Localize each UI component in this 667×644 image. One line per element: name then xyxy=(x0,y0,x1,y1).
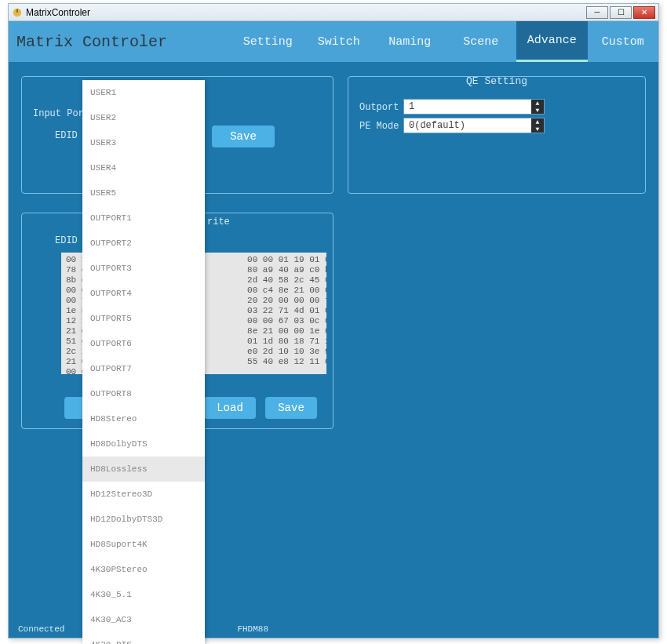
pemode-spinner[interactable]: 0(default) ▲ ▼ xyxy=(403,118,545,133)
dropdown-item[interactable]: USER3 xyxy=(82,130,205,155)
minimize-button[interactable]: ─ xyxy=(586,6,608,19)
panel-qe-setting: QE Setting Outport 1 ▲ ▼ PE Mode 0(defau… xyxy=(348,76,646,194)
outport-label: Outport xyxy=(359,102,399,113)
tab-advance[interactable]: Advance xyxy=(516,21,588,62)
outport-spinner[interactable]: 1 ▲ ▼ xyxy=(403,99,545,115)
svg-rect-1 xyxy=(16,9,18,12)
outport-up-icon[interactable]: ▲ xyxy=(531,100,544,107)
pemode-up-icon[interactable]: ▲ xyxy=(531,118,544,126)
edid-set-save-button[interactable]: Save xyxy=(212,126,275,147)
edid-label: EDID xyxy=(55,130,78,141)
app-window: MatrixControler ─ ☐ ✕ Matrix Controler S… xyxy=(8,3,659,639)
dropdown-item[interactable]: HD12Stereo3D xyxy=(82,482,205,507)
edid-write-load-button[interactable]: Load xyxy=(204,397,256,419)
dropdown-item[interactable]: USER1 xyxy=(82,80,205,105)
edid-write-title: rite xyxy=(207,216,230,227)
dropdown-item[interactable]: OUTPORT3 xyxy=(82,256,205,281)
dropdown-item[interactable]: 4K30_DTS xyxy=(82,632,205,644)
maximize-button[interactable]: ☐ xyxy=(610,6,632,19)
outport-value: 1 xyxy=(409,101,414,112)
dropdown-item[interactable]: HD8Lossless xyxy=(82,457,205,482)
dropdown-item[interactable]: OUTPORT6 xyxy=(82,331,205,356)
dropdown-item[interactable]: 4K30_AC3 xyxy=(82,607,205,632)
dropdown-item[interactable]: OUTPORT4 xyxy=(82,281,205,306)
close-button[interactable]: ✕ xyxy=(633,6,655,19)
dropdown-item[interactable]: USER4 xyxy=(82,155,205,180)
app-icon xyxy=(12,7,23,18)
brand-title: Matrix Controler xyxy=(9,21,232,62)
dropdown-item[interactable]: 4K30PStereo xyxy=(82,557,205,582)
pemode-label: PE Mode xyxy=(359,121,399,132)
dropdown-item[interactable]: OUTPORT5 xyxy=(82,306,205,331)
dropdown-item[interactable]: HD8Suport4K xyxy=(82,532,205,557)
pemode-down-icon[interactable]: ▼ xyxy=(531,126,544,133)
nav-tabs: Setting Switch Naming Scene Advance Cust… xyxy=(232,21,658,62)
dropdown-item[interactable]: HD8Stereo xyxy=(82,406,205,431)
pemode-value: 0(default) xyxy=(409,120,465,131)
dropdown-item[interactable]: USER2 xyxy=(82,105,205,130)
edid-write-label: EDID xyxy=(55,235,78,246)
tab-setting[interactable]: Setting xyxy=(232,21,304,62)
dropdown-item[interactable]: HD12DolbyDTS3D xyxy=(82,507,205,532)
dropdown-item[interactable]: OUTPORT1 xyxy=(82,206,205,231)
dropdown-item[interactable]: 4K30_5.1 xyxy=(82,582,205,607)
dropdown-item[interactable]: OUTPORT2 xyxy=(82,231,205,256)
dropdown-item[interactable]: HD8DolbyDTS xyxy=(82,431,205,457)
tab-switch[interactable]: Switch xyxy=(304,21,375,62)
tab-scene[interactable]: Scene xyxy=(446,21,517,62)
dropdown-item[interactable]: OUTPORT7 xyxy=(82,356,205,381)
qe-title: QE Setting xyxy=(348,75,645,87)
app-body: Matrix Controler Setting Switch Naming S… xyxy=(9,21,658,638)
edid-dropdown[interactable]: USER1USER2USER3USER4USER5OUTPORT1OUTPORT… xyxy=(82,80,205,644)
header: Matrix Controler Setting Switch Naming S… xyxy=(9,21,658,62)
edid-write-save-button[interactable]: Save xyxy=(265,397,317,419)
tab-custom[interactable]: Custom xyxy=(588,21,659,62)
input-port-label: Input Port xyxy=(33,108,89,119)
outport-down-icon[interactable]: ▼ xyxy=(531,107,544,114)
status-model: FHDM88 xyxy=(237,624,268,634)
dropdown-item[interactable]: OUTPORT8 xyxy=(82,381,205,406)
window-title: MatrixControler xyxy=(26,7,90,18)
status-connected: Connected xyxy=(18,624,64,634)
dropdown-item[interactable]: USER5 xyxy=(82,180,205,206)
tab-naming[interactable]: Naming xyxy=(374,21,446,62)
titlebar: MatrixControler ─ ☐ ✕ xyxy=(9,4,658,21)
